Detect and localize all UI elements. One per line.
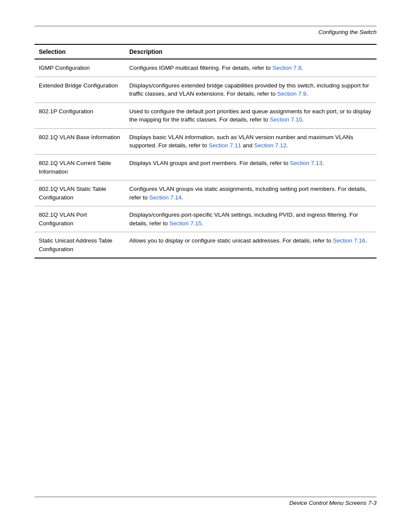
col-header-selection: Selection xyxy=(34,44,125,59)
footer-rule xyxy=(34,497,377,497)
table-row: IGMP ConfigurationConfigures IGMP multic… xyxy=(34,59,377,77)
section-link[interactable]: Section 7.9 xyxy=(277,90,306,97)
table-cell-selection: Static Unicast Address TableConfiguratio… xyxy=(34,232,125,258)
header-title-text: Configuring the Switch xyxy=(318,29,377,35)
header-rule xyxy=(34,26,377,26)
table-cell-description: Displays basic VLAN information, such as… xyxy=(125,128,377,154)
table-cell-description: Displays/configures extended bridge capa… xyxy=(125,77,377,103)
table-cell-selection: 802.1P Configuration xyxy=(34,103,125,128)
table-cell-selection: 802.1Q VLAN Current TableInformation xyxy=(34,154,125,180)
table-cell-selection: Extended Bridge Configuration xyxy=(34,77,125,103)
page-container: Configuring the Switch Selection Descrip… xyxy=(0,0,411,532)
header-title: Configuring the Switch xyxy=(34,29,377,35)
main-table: Selection Description IGMP Configuration… xyxy=(34,44,377,258)
table-row: Extended Bridge ConfigurationDisplays/co… xyxy=(34,77,377,103)
section-link[interactable]: Section 7.13 xyxy=(290,160,322,166)
table-cell-description: Configures IGMP multicast filtering. For… xyxy=(125,59,377,77)
table-cell-description: Allows you to display or configure stati… xyxy=(125,232,377,258)
section-link[interactable]: Section 7.12 xyxy=(254,142,286,149)
footer-text: Device Control Menu Screens 7-3 xyxy=(34,500,377,506)
section-link[interactable]: Section 7.8 xyxy=(272,65,302,71)
table-row: 802.1P ConfigurationUsed to configure th… xyxy=(34,103,377,128)
section-link[interactable]: Section 7.15 xyxy=(169,220,202,227)
table-cell-selection: 802.1Q VLAN Base Information xyxy=(34,128,125,154)
table-cell-description: Displays VLAN groups and port members. F… xyxy=(125,154,377,180)
table-cell-description: Used to configure the default port prior… xyxy=(125,103,377,128)
footer-area: Device Control Menu Screens 7-3 xyxy=(0,497,411,506)
section-link[interactable]: Section 7.11 xyxy=(209,142,241,149)
table-cell-selection: 802.1Q VLAN Static TableConfiguration xyxy=(34,180,125,206)
footer-label: Device Control Menu Screens 7-3 xyxy=(289,500,377,506)
table-cell-description: Configures VLAN groups via static assign… xyxy=(125,180,377,206)
table-row: 802.1Q VLAN Static TableConfigurationCon… xyxy=(34,180,377,206)
table-row: Static Unicast Address TableConfiguratio… xyxy=(34,232,377,258)
section-link[interactable]: Section 7.16 xyxy=(333,237,365,244)
col-header-description: Description xyxy=(125,44,377,59)
table-cell-selection: IGMP Configuration xyxy=(34,59,125,77)
table-row: 802.1Q VLAN Current TableInformationDisp… xyxy=(34,154,377,180)
table-row: 802.1Q VLAN Base InformationDisplays bas… xyxy=(34,128,377,154)
table-cell-selection: 802.1Q VLAN PortConfiguration xyxy=(34,206,125,232)
section-link[interactable]: Section 7.10 xyxy=(270,116,302,123)
table-row: 802.1Q VLAN PortConfigurationDisplays/co… xyxy=(34,206,377,232)
section-link[interactable]: Section 7.14 xyxy=(149,194,182,201)
table-header-row: Selection Description xyxy=(34,44,377,59)
table-cell-description: Displays/configures port-specific VLAN s… xyxy=(125,206,377,232)
